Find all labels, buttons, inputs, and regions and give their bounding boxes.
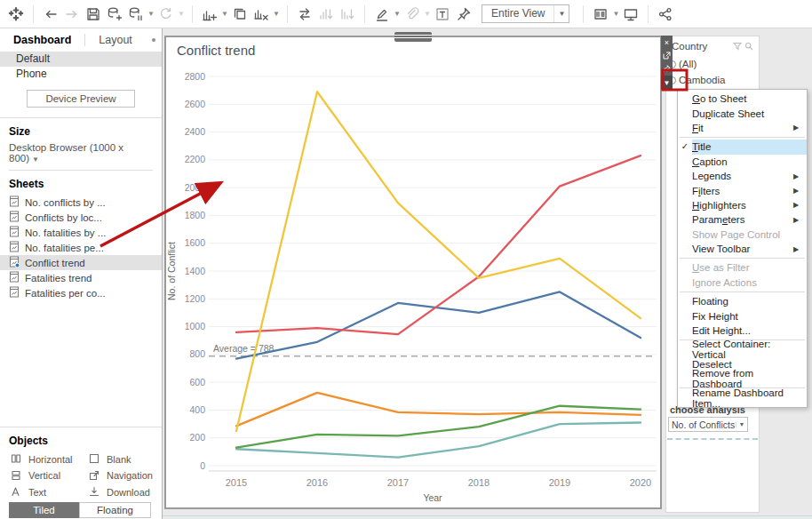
object-label: Vertical (28, 470, 60, 481)
object-vertical[interactable]: Vertical (11, 468, 89, 484)
conflict-trend-sheet[interactable]: Conflict trend 0200400600800100012001400… (164, 36, 662, 509)
presentation-mode-icon[interactable] (620, 4, 641, 25)
duplicate-sheet-icon[interactable] (229, 4, 251, 25)
new-worksheet-dropdown-caret[interactable]: ▼ (220, 10, 229, 18)
object-navigation[interactable]: Navigation (89, 468, 162, 484)
pause-datasource-icon[interactable] (125, 4, 147, 25)
menu-separator (680, 258, 805, 259)
pause-datasource-dropdown-caret[interactable]: ▼ (147, 10, 155, 18)
menu-item-title[interactable]: ✓Title (678, 140, 807, 154)
funnel-icon[interactable] (733, 42, 742, 51)
filter-option-cambodia[interactable]: Cambodia (666, 74, 725, 88)
sheet-item-fatalities-per-co[interactable]: Fatalities per co... (0, 285, 162, 300)
sort-descending-icon (337, 4, 358, 25)
worksheet-icon (9, 196, 20, 209)
line-series-teal[interactable] (236, 423, 641, 458)
size-header: Size (0, 118, 162, 142)
highlight-dropdown-caret[interactable]: ▼ (393, 10, 402, 18)
menu-item-fit[interactable]: Fit▶ (678, 121, 807, 135)
undo-icon[interactable] (40, 4, 61, 25)
tab-layout[interactable]: Layout (84, 34, 146, 46)
menu-item-filters[interactable]: Filters▶ (678, 183, 807, 197)
horizontal-icon (11, 453, 21, 465)
highlight-icon[interactable] (371, 4, 393, 25)
menu-item-go-to-sheet[interactable]: Go to Sheet (678, 92, 807, 106)
tableau-logo-icon[interactable] (5, 4, 27, 25)
menu-item-floating[interactable]: Floating (678, 294, 807, 308)
menu-gutter (678, 260, 692, 275)
sort-ascending-icon (315, 4, 337, 25)
sheet-item-no-conflicts-by[interactable]: No. conflicts by ... (0, 195, 162, 210)
sheet-item-no-fatalities-pe[interactable]: No. fatalities pe... (0, 240, 162, 255)
new-worksheet-icon[interactable] (199, 4, 220, 25)
y-tick-label: 1200 (185, 293, 206, 304)
dashboard-pane: Dashboard Layout Default Phone Device Pr… (0, 28, 163, 519)
menu-item-remove-from-dashboard[interactable]: Remove from Dashboard (678, 371, 807, 386)
floating-button[interactable]: Floating (79, 502, 151, 518)
line-series-orange[interactable] (236, 393, 641, 427)
object-blank[interactable]: Blank (89, 451, 162, 467)
clear-sheet-dropdown-caret[interactable]: ▼ (272, 10, 281, 18)
menu-item-rename-dashboard-item[interactable]: Rename Dashboard Item... (678, 390, 807, 404)
y-tick-label: 2200 (185, 154, 206, 164)
worksheet-icon (9, 241, 20, 254)
close-icon[interactable]: × (661, 36, 673, 49)
sheet-item-conflicts-by-loc[interactable]: Conflicts by loc... (0, 210, 162, 225)
sheet-label: No. fatalities pe... (25, 243, 104, 253)
clear-sheet-icon[interactable] (251, 4, 272, 25)
size-dropdown[interactable]: Desktop Browser (1000 x 800)▼ (0, 142, 162, 170)
dashboard-canvas: Conflict trend 0200400600800100012001400… (163, 28, 812, 519)
tab-dashboard[interactable]: Dashboard (0, 34, 84, 46)
device-mode-phone[interactable]: Phone (0, 67, 162, 82)
y-tick-label: 800 (189, 348, 205, 359)
menu-item-caption[interactable]: Caption (678, 155, 807, 169)
menu-item-highlighters[interactable]: Highlighters▶ (678, 198, 807, 212)
tiled-button[interactable]: Tiled (9, 502, 79, 518)
worksheet-icon (9, 286, 20, 299)
fit-selector-value: Entire View (482, 5, 553, 22)
menu-item-duplicate-sheet[interactable]: Duplicate Sheet (678, 106, 807, 120)
pin-icon[interactable] (661, 62, 673, 76)
fit-selector[interactable]: Entire View▼ (482, 4, 569, 23)
device-preview-button[interactable]: Device Preview (27, 90, 135, 108)
object-horizontal[interactable]: Horizontal (11, 451, 89, 467)
vertical-icon (11, 470, 21, 482)
add-datasource-icon[interactable] (104, 4, 125, 25)
device-mode-default[interactable]: Default (0, 52, 162, 67)
show-cards-icon[interactable] (590, 4, 611, 25)
show-cards-dropdown-caret[interactable]: ▼ (611, 10, 620, 18)
worksheet-icon (9, 256, 20, 269)
conflict-trend-chart: 0200400600800100012001400160018002000220… (166, 37, 660, 507)
y-tick-label: 1600 (185, 237, 206, 248)
swap-rows-columns-icon[interactable] (294, 4, 315, 25)
line-series-blue[interactable] (236, 291, 641, 358)
more-options-button[interactable]: ▼ (661, 76, 673, 90)
menu-gutter (678, 357, 692, 371)
sheet-item-fatalities-trend[interactable]: Fatalities trend (0, 270, 162, 285)
search-icon[interactable] (744, 42, 753, 51)
parameter-dropdown[interactable]: No. of Conflicts b... ▼ (668, 417, 748, 432)
toolbar-separator (364, 5, 365, 23)
text-object-icon[interactable] (432, 4, 453, 25)
save-icon[interactable] (83, 4, 104, 25)
sheet-item-conflict-trend[interactable]: Conflict trend (0, 255, 162, 270)
menu-item-parameters[interactable]: Parameters▶ (678, 212, 807, 227)
menu-item-view-toolbar[interactable]: View Toolbar▶ (678, 242, 807, 256)
menu-item-select-container-vertical[interactable]: Select Container: Vertical (678, 342, 807, 356)
paperclip-dropdown-caret[interactable]: ▼ (423, 10, 432, 18)
refresh-datasource-dropdown-caret[interactable]: ▼ (177, 10, 186, 18)
navigation-icon (89, 470, 100, 482)
menu-item-edit-height[interactable]: Edit Height... (678, 323, 807, 338)
go-to-sheet-icon[interactable] (661, 49, 673, 62)
pin-icon[interactable] (453, 4, 474, 25)
sheet-item-no-fatalities-by[interactable]: No. fatalities by ... (0, 225, 162, 240)
menu-item-fix-height[interactable]: Fix Height (678, 308, 807, 323)
object-download[interactable]: Download (89, 484, 162, 500)
menu-item-show-page-control: Show Page Control (678, 228, 807, 242)
share-icon[interactable] (655, 4, 676, 25)
worksheet-icon (9, 211, 20, 224)
menu-item-legends[interactable]: Legends▶ (678, 169, 807, 183)
object-text[interactable]: Text (11, 484, 89, 500)
y-tick-label: 2400 (185, 126, 206, 137)
line-series-yellow[interactable] (236, 92, 641, 431)
